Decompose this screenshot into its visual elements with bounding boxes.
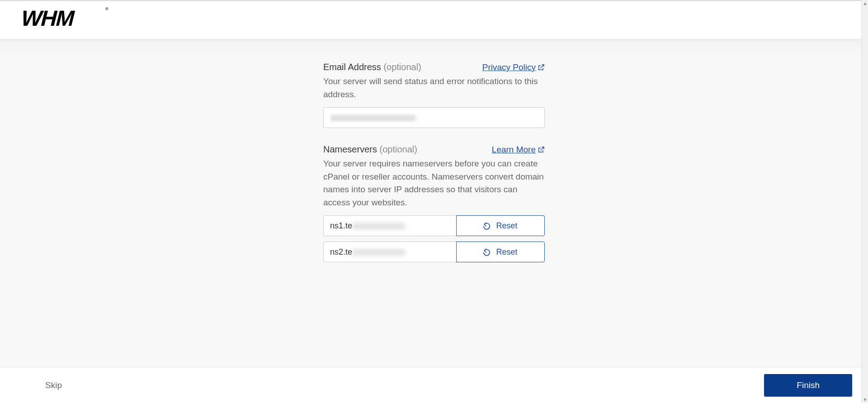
main-content: Email Address (optional) Privacy Policy … [0,39,868,369]
nameserver-2-input[interactable]: ns2.texxxxxxxxxxxxx [323,242,456,262]
nameserver-1-reset-button[interactable]: Reset [456,215,545,236]
email-input[interactable] [323,107,545,128]
vertical-scrollbar[interactable]: ▲ ▼ [861,0,868,403]
nameservers-field-block: Nameservers (optional) Learn More Your s… [323,144,545,262]
app-header: WHM ® [0,1,868,39]
wizard-footer: Skip Finish [0,367,861,403]
svg-text:®: ® [105,7,108,11]
finish-button[interactable]: Finish [764,374,852,397]
nameservers-helper-text: Your server requires nameservers before … [323,157,545,209]
email-helper-text: Your server will send status and error n… [323,75,545,101]
nameserver-2-reset-button[interactable]: Reset [456,242,545,262]
scroll-up-arrow[interactable]: ▲ [862,0,868,7]
skip-button[interactable]: Skip [45,380,62,390]
nameservers-label: Nameservers (optional) [323,144,417,155]
nameserver-row-1: ns1.texxxxxxxxxxxxx Reset [323,215,545,236]
learn-more-link[interactable]: Learn More [492,145,545,155]
email-label: Email Address (optional) [323,62,421,72]
svg-text:WHM: WHM [19,5,77,30]
whm-logo: WHM ® [9,5,113,31]
undo-icon [483,248,491,256]
undo-icon [483,222,491,230]
nameserver-1-input[interactable]: ns1.texxxxxxxxxxxxx [323,215,456,236]
scroll-down-arrow[interactable]: ▼ [862,396,868,403]
setup-form: Email Address (optional) Privacy Policy … [323,62,545,262]
privacy-policy-link[interactable]: Privacy Policy [482,62,545,72]
external-link-icon [538,64,545,71]
nameserver-row-2: ns2.texxxxxxxxxxxxx Reset [323,242,545,262]
email-field-block: Email Address (optional) Privacy Policy … [323,62,545,128]
external-link-icon [538,146,545,153]
